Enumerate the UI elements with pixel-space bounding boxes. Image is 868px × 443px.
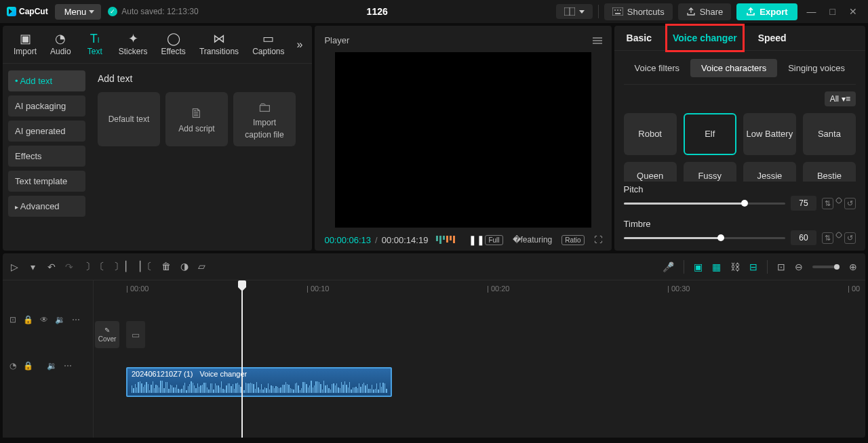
pitch-stepper[interactable]: ⇅↺ xyxy=(822,198,856,209)
tab-basic[interactable]: Basic xyxy=(624,26,654,50)
track-settings-icon[interactable]: ⊡ xyxy=(9,315,16,324)
split-right-button[interactable]: ⎮〔 xyxy=(138,261,152,273)
track-more-icon[interactable]: ⋯ xyxy=(64,361,72,371)
ruler-tick: | 00 xyxy=(848,284,860,293)
video-placeholder[interactable]: ▭ xyxy=(126,321,145,348)
menu-button[interactable]: Menu xyxy=(55,4,102,20)
time-ruler[interactable]: | 00:00 | 00:10 | 00:20 | 00:30 | 00 xyxy=(94,280,865,297)
card-default-text[interactable]: Default text xyxy=(98,92,160,146)
effects-icon: ◯ xyxy=(167,33,180,45)
sidebar-item-ai-packaging[interactable]: AI packaging xyxy=(8,96,85,117)
undo-button[interactable]: ↶ xyxy=(47,261,56,272)
tabs-more-button[interactable]: » xyxy=(292,39,309,51)
tab-stickers[interactable]: ✦Stickers xyxy=(112,30,155,59)
pitch-value[interactable]: 75 xyxy=(791,196,816,211)
card-add-script[interactable]: 🗎Add script xyxy=(165,92,228,146)
pitch-thumb[interactable] xyxy=(741,200,748,207)
tab-effects[interactable]: ◯Effects xyxy=(154,30,192,59)
close-button[interactable]: ✕ xyxy=(845,6,861,17)
tab-transitions[interactable]: ⋈Transitions xyxy=(193,30,245,59)
select-mode-dropdown[interactable]: ▾ xyxy=(31,261,35,272)
snap-aux-button[interactable]: ▦ xyxy=(712,261,721,272)
split-button[interactable]: 〕〔 xyxy=(85,261,104,273)
project-title[interactable]: 1126 xyxy=(205,6,549,17)
maximize-button[interactable]: □ xyxy=(826,6,840,17)
subtab-singing-voices[interactable]: Singing voices xyxy=(777,59,856,77)
timbre-value[interactable]: 60 xyxy=(791,230,816,245)
voice-jessie[interactable]: Jessie xyxy=(743,162,796,182)
timeline-tracks[interactable]: | 00:00 | 00:10 | 00:20 | 00:30 | 00 ✎ C… xyxy=(94,280,865,438)
layout-button[interactable] xyxy=(556,4,593,19)
track-visible-icon[interactable]: 👁 xyxy=(40,315,48,324)
subtab-voice-filters[interactable]: Voice filters xyxy=(624,59,690,77)
keyframe-icon[interactable] xyxy=(835,196,842,204)
snap-main-button[interactable]: ▣ xyxy=(694,261,703,272)
audio-clip[interactable]: 2024061210Z7 (1) Voice changer xyxy=(126,367,392,397)
ratio-button[interactable]: Ratio xyxy=(561,235,584,245)
playhead[interactable] xyxy=(241,280,243,438)
track-mute-icon[interactable]: 🔉 xyxy=(55,315,65,324)
timbre-stepper[interactable]: ⇅↺ xyxy=(822,232,856,244)
tab-text[interactable]: TIText xyxy=(78,30,112,59)
text-cards: Default text 🗎Add script 🗀Importcaption … xyxy=(98,92,305,146)
marker-button[interactable]: ◑ xyxy=(180,261,189,273)
timbre-thumb[interactable] xyxy=(717,234,724,241)
tab-import[interactable]: ▣Import xyxy=(7,30,43,59)
subtab-voice-characters[interactable]: Voice characters xyxy=(690,59,777,77)
minimize-button[interactable]: — xyxy=(803,6,821,17)
tab-voice-changer[interactable]: Voice changer xyxy=(665,24,745,52)
voice-queen[interactable]: Queen xyxy=(624,162,677,182)
zoom-in-button[interactable]: ⊕ xyxy=(849,261,857,272)
mic-button[interactable]: 🎤 xyxy=(663,261,674,272)
voice-robot[interactable]: Robot xyxy=(624,113,677,155)
voice-bestie[interactable]: Bestie xyxy=(803,162,856,182)
sidebar-item-advanced[interactable]: Advanced xyxy=(8,196,85,217)
sidebar-item-add-text[interactable]: • Add text xyxy=(8,70,85,91)
track-lock-icon[interactable]: 🔒 xyxy=(23,315,33,324)
shortcuts-button[interactable]: Shortcuts xyxy=(604,3,673,20)
topbar-right: Shortcuts Share Export — □ ✕ xyxy=(556,3,861,20)
track-more-icon[interactable]: ⋯ xyxy=(72,315,80,324)
zoom-out-button[interactable]: ⊖ xyxy=(795,261,803,272)
track-mute-icon[interactable]: 🔉 xyxy=(47,361,57,371)
split-left-button[interactable]: 〕⎮ xyxy=(114,261,128,273)
keyframe-icon[interactable] xyxy=(835,231,842,238)
keyboard-icon xyxy=(612,7,623,16)
cover-chip[interactable]: ✎ Cover xyxy=(95,321,119,348)
flag-button[interactable]: ▱ xyxy=(198,261,205,273)
voice-elf[interactable]: Elf xyxy=(684,113,736,155)
tab-audio[interactable]: ◔Audio xyxy=(43,30,78,59)
player-menu-button[interactable] xyxy=(593,37,602,44)
redo-button[interactable]: ↷ xyxy=(65,261,73,272)
track-lock-icon[interactable]: 🔒 xyxy=(23,361,33,371)
magnet-button[interactable]: ⊟ xyxy=(749,261,757,272)
crop-button[interactable]: �featuring xyxy=(513,235,553,245)
pause-button[interactable]: ❚❚ xyxy=(469,234,485,245)
tab-speed[interactable]: Speed xyxy=(755,26,789,50)
player-viewport[interactable] xyxy=(335,52,591,228)
ruler-tick: | 00:00 xyxy=(126,284,149,293)
preview-button[interactable]: ⊡ xyxy=(777,261,785,272)
zoom-slider[interactable] xyxy=(812,266,840,268)
media-panel: ▣Import ◔Audio TIText ✦Stickers ◯Effects… xyxy=(3,26,312,251)
divider xyxy=(767,260,768,274)
export-button[interactable]: Export xyxy=(736,3,797,20)
full-button[interactable]: Full xyxy=(485,235,502,245)
voice-santa[interactable]: Santa xyxy=(803,113,856,155)
timbre-slider[interactable] xyxy=(624,237,785,239)
tab-captions[interactable]: ▭Captions xyxy=(245,30,291,59)
sidebar-item-text-template[interactable]: Text template xyxy=(8,171,85,192)
sidebar-item-effects[interactable]: Effects xyxy=(8,146,85,167)
sidebar-item-ai-generated[interactable]: AI generated xyxy=(8,121,85,142)
card-import-caption[interactable]: 🗀Importcaption file xyxy=(233,92,296,146)
share-button[interactable]: Share xyxy=(678,3,732,20)
link-button[interactable]: ⛓ xyxy=(730,261,740,272)
delete-button[interactable]: 🗑 xyxy=(161,261,171,273)
track-audio-icon[interactable]: ◔ xyxy=(9,361,16,371)
filter-all-button[interactable]: All ▾≡ xyxy=(825,91,856,106)
voice-low-battery[interactable]: Low Battery xyxy=(743,113,796,155)
pitch-slider[interactable] xyxy=(624,203,785,205)
voice-fussy[interactable]: Fussy xyxy=(684,162,736,182)
fullscreen-button[interactable]: ⛶ xyxy=(594,235,602,245)
select-tool[interactable]: ▷ xyxy=(11,261,18,272)
